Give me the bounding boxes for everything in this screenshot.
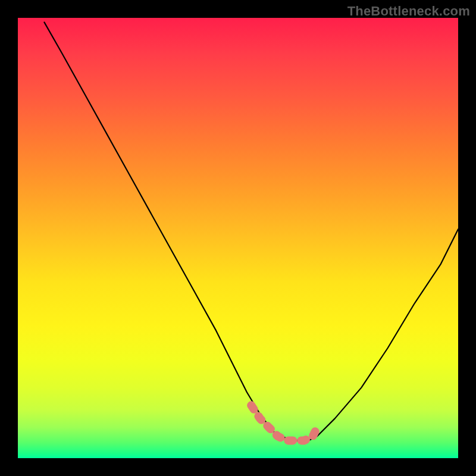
chart-svg	[18, 18, 458, 458]
chart-container: TheBottleneck.com	[0, 0, 476, 476]
minimum-plateau-highlight	[251, 405, 317, 440]
bottleneck-curve	[44, 22, 458, 440]
chart-plot-area	[18, 18, 458, 458]
watermark-text: TheBottleneck.com	[347, 4, 470, 19]
